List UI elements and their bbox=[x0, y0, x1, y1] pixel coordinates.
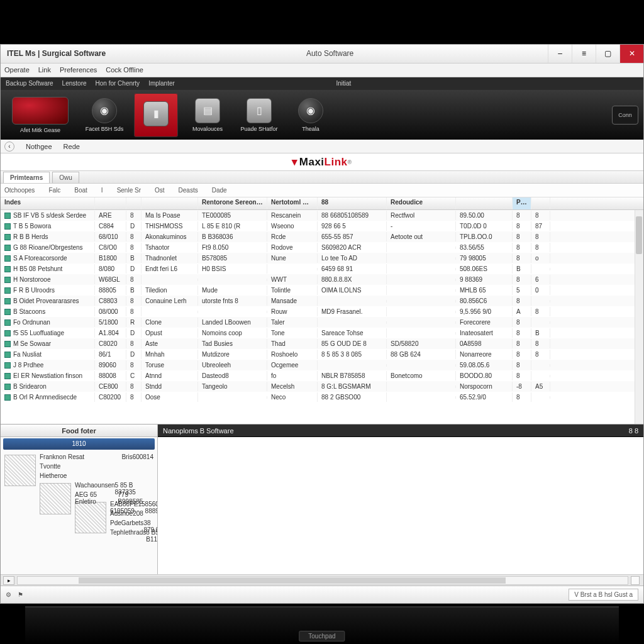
menu-item[interactable]: Preferences bbox=[60, 66, 97, 74]
cell bbox=[318, 300, 387, 303]
close-button[interactable]: ✕ bbox=[619, 45, 643, 63]
col-header[interactable]: Indes bbox=[1, 197, 95, 209]
scroll-left-button[interactable]: ▸ bbox=[3, 576, 14, 585]
scrollbar-thumb[interactable] bbox=[636, 216, 642, 254]
connection-button[interactable]: Conn bbox=[612, 106, 638, 125]
cell: Lo tee To AD bbox=[318, 253, 387, 263]
table-row[interactable]: Fo Ordnunan5/1800RCloneLanded LBoowenTal… bbox=[1, 317, 643, 328]
window-subtitle: Auto Software bbox=[112, 49, 548, 58]
cell: 8 bbox=[531, 307, 550, 316]
col-header[interactable]: Nertotoml Nou Deie bbox=[267, 197, 318, 209]
table-row[interactable]: B Oidet ProveararasresC88038Conauine Ler… bbox=[1, 296, 643, 306]
table-row[interactable]: Fa Nusliat86/1DMnhahMutdizoreRoshoelo8 5… bbox=[1, 349, 643, 360]
filter-item[interactable]: Falc bbox=[48, 187, 60, 194]
col-header[interactable]: 88 bbox=[318, 197, 387, 209]
table-row[interactable]: B Stacoons08/0008RouwMD9 Frasanel.9,5.95… bbox=[1, 306, 643, 317]
list-item[interactable]: EAB86PE15 61950598560 88898595 bbox=[110, 501, 153, 510]
list-item[interactable]: Franknon ResatBris600814 bbox=[40, 453, 153, 463]
menu-item[interactable]: Link bbox=[38, 66, 51, 74]
table-row[interactable]: T B 5 BoworaC884DTHISHMOSSL 85 E 810 (RW… bbox=[1, 221, 643, 231]
table-row[interactable]: SB IF VB 5 s/desk SerdeeARE8Ma Is PoaseT… bbox=[1, 210, 643, 221]
sub-tab[interactable]: Owu bbox=[52, 172, 79, 183]
table-row[interactable]: M Se SowaarC80208AsteTad BusiesThad85 G … bbox=[1, 338, 643, 349]
cell: 65.52.9/0 bbox=[456, 392, 513, 402]
submenu-item[interactable]: Backup Software bbox=[6, 80, 53, 87]
table-row[interactable]: R B B Herds68/0108AkonakuminosB B368036R… bbox=[1, 231, 643, 242]
cell: Rectfwol bbox=[387, 211, 456, 220]
cell: S609820 ACR bbox=[318, 243, 387, 252]
col-header[interactable]: Redoudice bbox=[387, 197, 456, 209]
table-row[interactable]: B SridearonCE8008StnddTangeoloMecelsh8 G… bbox=[1, 381, 643, 392]
list-item[interactable]: Tephlethrads8 B5 B110/02 bbox=[110, 529, 153, 538]
toolbar-device-button[interactable]: ▮ bbox=[134, 93, 178, 137]
submenu-item[interactable]: Implanter bbox=[148, 80, 175, 87]
cell: TPLB.OO.0 bbox=[456, 232, 513, 242]
table-row[interactable]: H NorstorooeW68GL8WWT880.8.8.8X9 8836986 bbox=[1, 274, 643, 285]
toolbar-drive-button[interactable]: ▯ Puade SHatfor bbox=[237, 93, 281, 137]
cell: 8 bbox=[531, 243, 550, 252]
cell: 8 bbox=[513, 275, 531, 284]
cell: 928 66 5 bbox=[318, 221, 387, 231]
col-header[interactable]: Rentorone Sereons 8.8s bbox=[198, 197, 267, 209]
list-item[interactable]: AEG 65 Enletiro779 B998585 bbox=[75, 491, 153, 501]
detail-selected[interactable]: 1810 bbox=[3, 438, 155, 450]
list-item[interactable]: Wachaounsen5 85 B 837335 bbox=[75, 482, 153, 491]
toolbar-gauge-button[interactable]: ◉ Facet B5H Sds bbox=[82, 93, 126, 137]
scroll-track[interactable] bbox=[17, 576, 628, 585]
toolbar-gauge2-button[interactable]: ◉ Theala bbox=[289, 93, 333, 137]
filter-item[interactable]: Senle Sr bbox=[117, 187, 141, 194]
back-button[interactable]: ‹ bbox=[4, 142, 14, 152]
col-header[interactable] bbox=[126, 197, 142, 209]
cell: -8 bbox=[513, 382, 531, 391]
menu-button[interactable]: ≡ bbox=[572, 45, 596, 63]
sub-tab[interactable]: Primtearns bbox=[3, 172, 50, 183]
nav-tab[interactable]: Nothgee bbox=[26, 143, 52, 150]
table-row[interactable]: EI ER Newstiation finson88008CAtnndDaste… bbox=[1, 370, 643, 381]
minimize-button[interactable]: – bbox=[548, 45, 572, 63]
table-row[interactable]: S A FtoreacorsordeB1800BThadnonletB57808… bbox=[1, 253, 643, 264]
cell: 83.56/55 bbox=[456, 243, 513, 252]
menu-item[interactable]: Cock Offline bbox=[106, 66, 143, 74]
cell: Rodove bbox=[267, 243, 318, 252]
filter-item[interactable]: I bbox=[101, 187, 103, 194]
cell: 89060 bbox=[95, 360, 126, 370]
scrollbar-thumb[interactable] bbox=[79, 577, 506, 584]
col-header[interactable] bbox=[95, 197, 126, 209]
toolbar-card-button[interactable]: ▤ Movalouces bbox=[186, 93, 230, 137]
list-item[interactable]: Hietheroe bbox=[40, 472, 153, 482]
submenu-item[interactable]: Hon for Chenrty bbox=[96, 80, 140, 87]
table-row[interactable]: f5 S5 LuoffuatiageA1.804DOpustNomoins co… bbox=[1, 328, 643, 338]
list-item[interactable]: Tvontte bbox=[40, 463, 153, 472]
nav-tab[interactable]: Rede bbox=[64, 143, 80, 150]
table-row[interactable]: J 8 Prdhee890608ToruseUbreoleehOcgemee59… bbox=[1, 360, 643, 370]
cell: Fo Ordnunan bbox=[1, 318, 95, 327]
cell: 8 bbox=[513, 328, 531, 338]
menu-item[interactable]: Operate bbox=[4, 66, 30, 74]
filter-item[interactable]: Boat bbox=[74, 187, 87, 194]
scroll-end-button[interactable] bbox=[631, 576, 640, 585]
submenu-item[interactable]: Lenstore bbox=[62, 80, 87, 87]
table-row[interactable]: F R B Ulroodrs88805BTiledionMudeTolintle… bbox=[1, 285, 643, 296]
cell: Conauine Lerh bbox=[142, 296, 198, 306]
col-header[interactable] bbox=[531, 197, 550, 209]
titlebar: ITEL Ms | Surgical Software Auto Softwar… bbox=[1, 45, 643, 64]
col-header[interactable]: Piatomblee bbox=[513, 197, 531, 209]
filter-item[interactable]: Ost bbox=[155, 187, 165, 194]
cell: THISHMOSS bbox=[142, 221, 198, 231]
list-item[interactable]: PdeGarbets38 879.0.09 bbox=[110, 519, 153, 529]
cell: J 8 Prdhee bbox=[1, 360, 95, 370]
cell: 88 2 GBSO00 bbox=[318, 392, 387, 402]
table-row[interactable]: H B5 08 Petshunt8/080DEndt feri L6H0 BSI… bbox=[1, 264, 643, 274]
toolbar-vehicle-button[interactable]: Afet Mitk Gease bbox=[6, 93, 75, 137]
maximize-button[interactable]: ▢ bbox=[596, 45, 619, 63]
table-row[interactable]: G 88 Rioane/ObrgestensC8/O08TshaotorFt9 … bbox=[1, 242, 643, 253]
cell: 6459 68 91 bbox=[318, 264, 387, 274]
filter-item[interactable]: Deasts bbox=[179, 187, 198, 194]
vertical-scrollbar[interactable] bbox=[635, 210, 643, 424]
cell: Mansade bbox=[267, 296, 318, 306]
col-header[interactable] bbox=[456, 197, 513, 209]
table-row[interactable]: B Orl R AnmnedisecdeC802008OoseNeco88 2 … bbox=[1, 392, 643, 402]
col-header[interactable] bbox=[142, 197, 198, 209]
filter-item[interactable]: Dade bbox=[212, 187, 227, 194]
filter-item[interactable]: Otchoopes bbox=[4, 187, 35, 194]
